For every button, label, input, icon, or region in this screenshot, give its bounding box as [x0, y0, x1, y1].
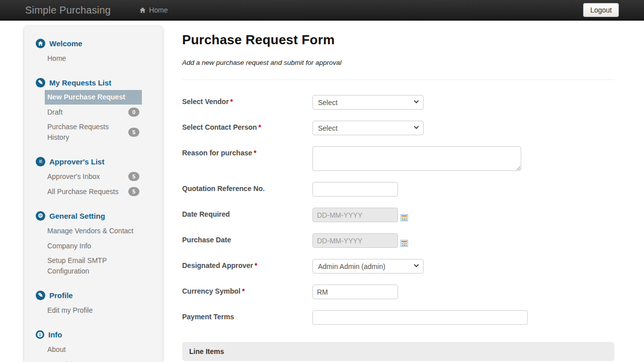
- form-row-reason: Reason for purchase*: [182, 146, 614, 171]
- sidebar-item-manage-vendors[interactable]: Manage Vendors & Contact: [24, 223, 163, 238]
- sidebar-header-my-requests: ✎ My Requests List: [24, 75, 163, 90]
- field-label: Designated Approver*: [182, 259, 312, 269]
- field-label: Select Vendor*: [182, 95, 312, 106]
- payment-terms-input[interactable]: [312, 310, 528, 325]
- sidebar-header-label: Info: [48, 330, 62, 339]
- home-icon: [36, 39, 45, 48]
- sidebar-item-about[interactable]: About: [24, 342, 163, 357]
- calendar-icon[interactable]: [400, 240, 408, 247]
- vendor-select-value: Select: [318, 99, 338, 107]
- form-row-contact: Select Contact Person* Select: [182, 121, 614, 135]
- main-content: Purchase Request Form Add a new purchase…: [182, 32, 614, 361]
- sidebar-item-smtp-config[interactable]: Setup Email SMTP Configuration: [24, 253, 163, 279]
- sidebar-section-profile: ✎ Profile Edit my Profile: [24, 288, 163, 318]
- sidebar-section-my-requests: ✎ My Requests List New Purchase Request …: [24, 75, 163, 145]
- count-badge: 5: [128, 172, 139, 181]
- currency-symbol-input[interactable]: [312, 285, 398, 299]
- page-title: Purchase Request Form: [182, 32, 614, 48]
- app-brand: Simple Purchasing: [0, 5, 111, 16]
- required-marker: *: [230, 98, 233, 106]
- sidebar-section-welcome: Welcome Home: [24, 36, 163, 66]
- required-marker: *: [255, 261, 257, 269]
- sidebar: Welcome Home ✎ My Requests List New Purc…: [24, 26, 163, 362]
- nav-home-link[interactable]: Home: [133, 0, 174, 21]
- field-label: Currency Symbol*: [182, 285, 312, 295]
- form-row-quotation: Quotation Reference No.: [182, 182, 614, 197]
- approver-select-value: Admin Admin (admin): [318, 262, 385, 270]
- nav-home-label: Home: [149, 6, 168, 14]
- sidebar-header-profile: ✎ Profile: [24, 288, 163, 303]
- quotation-ref-input[interactable]: [312, 182, 398, 197]
- field-label: Select Contact Person*: [182, 121, 312, 131]
- calendar-icon[interactable]: [400, 214, 408, 221]
- chevron-down-icon: [414, 124, 419, 129]
- sidebar-item-home[interactable]: Home: [24, 51, 163, 66]
- gears-icon: ⚙: [36, 211, 45, 221]
- required-marker: *: [254, 149, 256, 157]
- sidebar-header-general-setting: ⚙ General Setting: [24, 208, 163, 223]
- sidebar-item-all-purchase-requests[interactable]: All Purchase Requests 5: [24, 184, 163, 199]
- inbox-icon: ≡: [36, 157, 45, 166]
- sidebar-header-label: Approver's List: [49, 157, 104, 166]
- required-marker: *: [242, 287, 245, 295]
- sidebar-item-company-info[interactable]: Company Info: [24, 238, 163, 253]
- form-row-purchase-date: Purchase Date: [182, 233, 614, 248]
- sidebar-item-approvers-inbox[interactable]: Approver's Inbox 5: [24, 169, 163, 184]
- top-navbar: Simple Purchasing Home Logout: [0, 0, 644, 21]
- sidebar-header-info: i Info: [24, 327, 163, 342]
- sidebar-item-draft[interactable]: Draft 0: [24, 105, 163, 120]
- sidebar-header-approvers: ≡ Approver's List: [24, 154, 163, 169]
- chevron-down-icon: [414, 99, 419, 104]
- count-badge: 5: [128, 128, 139, 137]
- edit-icon: ✎: [36, 78, 45, 87]
- sidebar-section-info: i Info About App License: [24, 327, 163, 362]
- sidebar-header-welcome: Welcome: [24, 36, 163, 51]
- designated-approver-select[interactable]: Admin Admin (admin): [312, 259, 424, 274]
- field-label: Date Required: [182, 208, 312, 218]
- info-icon: i: [36, 330, 44, 339]
- sidebar-header-label: General Setting: [49, 212, 105, 220]
- required-marker: *: [259, 123, 261, 131]
- purchase-request-form: Select Vendor* Select Select Contact Per…: [182, 95, 614, 361]
- edit-icon: ✎: [36, 291, 45, 300]
- field-label: Payment Terms: [182, 310, 312, 321]
- form-row-date-required: Date Required: [182, 208, 614, 222]
- page-subtitle: Add a new purchase request and submit fo…: [182, 59, 614, 66]
- sidebar-item-purchase-requests-history[interactable]: Purchase Requests History 5: [24, 120, 163, 145]
- form-row-approver: Designated Approver* Admin Admin (admin): [182, 259, 614, 274]
- sidebar-header-label: Profile: [49, 291, 73, 300]
- sidebar-section-approvers: ≡ Approver's List Approver's Inbox 5 All…: [24, 154, 163, 199]
- field-label: Quotation Reference No.: [182, 182, 312, 193]
- sidebar-item-app-license[interactable]: App License: [24, 357, 163, 362]
- contact-select-value: Select: [318, 124, 338, 132]
- form-row-currency: Currency Symbol*: [182, 285, 614, 299]
- home-icon: [139, 7, 146, 14]
- logout-button[interactable]: Logout: [583, 3, 619, 17]
- count-badge: 0: [128, 108, 139, 117]
- field-label: Purchase Date: [182, 233, 312, 244]
- form-row-vendor: Select Vendor* Select: [182, 95, 614, 110]
- date-required-input[interactable]: [312, 208, 398, 222]
- sidebar-section-general-setting: ⚙ General Setting Manage Vendors & Conta…: [24, 208, 163, 279]
- line-items-section-header: Line Items: [182, 342, 614, 361]
- vendor-select[interactable]: Select: [312, 95, 424, 110]
- sidebar-item-edit-my-profile[interactable]: Edit my Profile: [24, 303, 163, 318]
- reason-textarea[interactable]: [312, 146, 521, 171]
- divider: [182, 79, 614, 80]
- sidebar-header-label: My Requests List: [49, 78, 111, 87]
- contact-person-select[interactable]: Select: [312, 121, 424, 135]
- sidebar-header-label: Welcome: [49, 39, 83, 48]
- field-label: Reason for purchase*: [182, 146, 312, 157]
- form-row-payment-terms: Payment Terms: [182, 310, 614, 325]
- chevron-down-icon: [414, 262, 419, 267]
- sidebar-item-new-purchase-request[interactable]: New Purchase Request: [45, 90, 142, 105]
- count-badge: 5: [128, 187, 139, 196]
- purchase-date-input[interactable]: [312, 233, 398, 248]
